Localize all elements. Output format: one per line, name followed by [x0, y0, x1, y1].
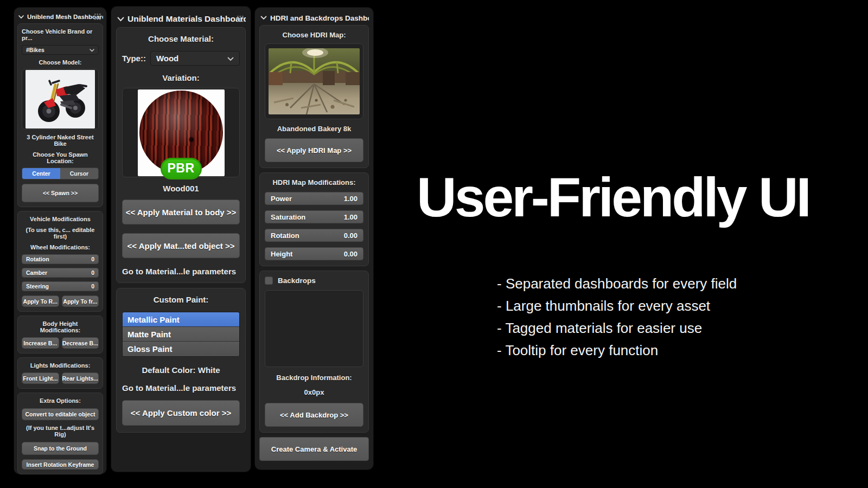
hdri-dashboard-panel: HDRI and Backdrops Dashboard Choose HDRI… [255, 8, 373, 470]
goto-material-params-label: Go to Material...le parameters [122, 267, 240, 276]
vehicle-brand-select[interactable]: #Bikes [22, 45, 99, 55]
apply-to-front-button[interactable]: Apply To fr... [62, 296, 99, 307]
wood-knot-detail [189, 136, 194, 143]
feature-item: - Tooltip for every function [497, 339, 737, 362]
feature-item: - Separated dashboards for every field [497, 273, 737, 295]
mesh-dashboard-panel: Uniblend Mesh Dashboard Choose Vehicle B… [14, 8, 106, 474]
snap-ground-button[interactable]: Snap to the Ground [22, 442, 99, 455]
body-height-label: Body Height Modifications: [22, 320, 99, 333]
vehicle-brand-label: Choose Vehicle Brand or pr... [22, 28, 99, 41]
decrease-body-button[interactable]: Decrease B... [62, 337, 99, 349]
backdrops-label: Backdrops [278, 277, 316, 285]
wheel-mods-label: Wheel Modifications: [22, 244, 99, 251]
feature-list: - Separated dashboards for every field -… [497, 273, 737, 362]
rig-note: (If you tune t...adjust It's Rig) [22, 425, 99, 438]
body-height-box: Body Height Modifications: Increase B...… [17, 316, 103, 354]
backdrops-checkbox[interactable] [265, 277, 273, 285]
camber-slider[interactable]: Camber 0 [22, 268, 99, 278]
choose-material-box: Choose Material: Type:: Wood Variation: … [116, 27, 246, 283]
apply-material-selected-button[interactable]: << Apply Mat...ted object >> [122, 233, 240, 258]
height-slider-label: Height [271, 250, 292, 258]
vehicle-brand-value: #Bikes [26, 47, 44, 53]
extra-options-label: Extra Options: [22, 397, 99, 404]
vehicle-mods-note: (To use this, c... editable first) [22, 227, 99, 240]
material-thumbnail-image: PBR [138, 89, 225, 176]
height-slider[interactable]: Height 0.00 [265, 247, 363, 260]
spawn-center-option[interactable]: Center [22, 168, 60, 179]
rotation-slider[interactable]: Rotation 0 [22, 254, 99, 264]
hdri-name-label: Abandoned Bakery 8k [265, 125, 363, 133]
paint-option-metallic[interactable]: Metallic Paint [123, 312, 239, 327]
choose-material-label: Choose Material: [122, 34, 240, 43]
height-slider-value: 0.00 [344, 250, 358, 258]
material-type-value: Wood [156, 54, 178, 63]
vehicle-mods-title: Vehicle Modifications [22, 216, 99, 222]
spawn-button[interactable]: << Spawn >> [22, 184, 99, 202]
materials-dashboard-panel: Uniblend Materials Dashboard Choose Mate… [111, 7, 251, 472]
apply-material-body-button[interactable]: << Apply Material to body >> [122, 200, 240, 224]
hdri-panel-title: HDRI and Backdrops Dashboard [270, 14, 369, 22]
apply-to-rear-button[interactable]: Apply To R... [22, 296, 59, 307]
saturation-slider-label: Saturation [271, 213, 305, 221]
hdri-thumbnail-image [269, 48, 360, 114]
mesh-panel-header[interactable]: Uniblend Mesh Dashboard [17, 10, 103, 23]
spawn-location-label: Choose You Spawn Location: [22, 151, 99, 164]
material-type-select[interactable]: Wood [150, 51, 240, 66]
create-camera-button[interactable]: Create Camera & Activate [259, 437, 369, 461]
material-name-label: Wood001 [122, 184, 240, 193]
backdrop-size-value: 0x0px [265, 388, 363, 396]
feature-item: - Tagged materials for easier use [497, 317, 737, 339]
mesh-main-box: Choose Vehicle Brand or pr... #Bikes Cho… [17, 23, 103, 207]
dropdown-arrow-icon [227, 54, 234, 63]
rotation-hdri-slider[interactable]: Rotation 0.00 [265, 229, 363, 242]
choose-hdri-box: Choose HDRI Map: [259, 25, 369, 168]
model-name-label: 3 Cylinder Naked Street Bike [22, 134, 99, 147]
grip-dots-icon[interactable] [94, 13, 101, 21]
convert-editable-button[interactable]: Convert to editable object [22, 408, 99, 420]
power-slider-label: Power [271, 195, 292, 203]
saturation-slider[interactable]: Saturation 1.00 [265, 210, 363, 223]
hdri-mods-box: HDRI Map Modifications: Power 1.00 Satur… [259, 172, 369, 266]
chevron-down-icon [18, 15, 24, 19]
material-thumbnail[interactable]: PBR [122, 88, 240, 177]
hdri-mods-title: HDRI Map Modifications: [265, 178, 363, 187]
rotation-slider-value: 0 [91, 256, 94, 262]
model-thumbnail[interactable] [22, 69, 99, 130]
chevron-down-icon [260, 16, 267, 20]
rotation-slider-label: Rotation [26, 256, 49, 262]
saturation-slider-value: 1.00 [344, 213, 358, 221]
lights-box: Lights Modifications: Front Light... Rea… [17, 357, 103, 389]
grip-dots-icon[interactable] [237, 15, 244, 23]
add-backdrop-button[interactable]: << Add Backdrop >> [265, 403, 363, 427]
rear-lights-button[interactable]: Rear Lights... [62, 373, 99, 384]
lights-label: Lights Modifications: [22, 362, 99, 369]
spawn-cursor-option[interactable]: Cursor [60, 168, 98, 179]
choose-model-label: Choose Model: [22, 59, 99, 66]
presentation-slide: Uniblend Mesh Dashboard Choose Vehicle B… [0, 0, 868, 488]
custom-paint-label: Custom Paint: [122, 295, 240, 304]
materials-panel-header[interactable]: Uniblend Materials Dashboard [116, 11, 246, 27]
mesh-panel-title: Uniblend Mesh Dashboard [27, 14, 103, 20]
hdri-panel-header[interactable]: HDRI and Backdrops Dashboard [259, 11, 369, 25]
front-lights-button[interactable]: Front Light... [22, 373, 59, 384]
bike-thumbnail-image [25, 70, 95, 129]
paint-option-gloss[interactable]: Gloss Paint [123, 342, 239, 356]
custom-paint-box: Custom Paint: Metallic Paint Matte Paint… [116, 288, 246, 433]
spawn-location-toggle: Center Cursor [22, 168, 99, 179]
power-slider-value: 1.00 [344, 195, 358, 203]
rotation-hdri-slider-label: Rotation [271, 232, 299, 240]
steering-slider-value: 0 [91, 283, 94, 290]
power-slider[interactable]: Power 1.00 [265, 192, 363, 205]
backdrop-preview[interactable] [265, 290, 363, 367]
increase-body-button[interactable]: Increase B... [22, 337, 59, 349]
camber-slider-label: Camber [26, 269, 47, 276]
hdri-thumbnail[interactable] [265, 43, 363, 119]
paint-list: Metallic Paint Matte Paint Gloss Paint [122, 312, 240, 357]
steering-slider[interactable]: Steering 0 [22, 281, 99, 291]
apply-hdri-button[interactable]: << Apply HDRI Map >> [265, 138, 363, 162]
vehicle-mods-box: Vehicle Modifications (To use this, c...… [17, 211, 103, 312]
paint-option-matte[interactable]: Matte Paint [123, 327, 239, 342]
apply-custom-color-button[interactable]: << Apply Custom color >> [122, 400, 240, 426]
chevron-down-icon [117, 17, 124, 22]
insert-keyframe-button[interactable]: Insert Rotation Keyframe [22, 459, 99, 470]
